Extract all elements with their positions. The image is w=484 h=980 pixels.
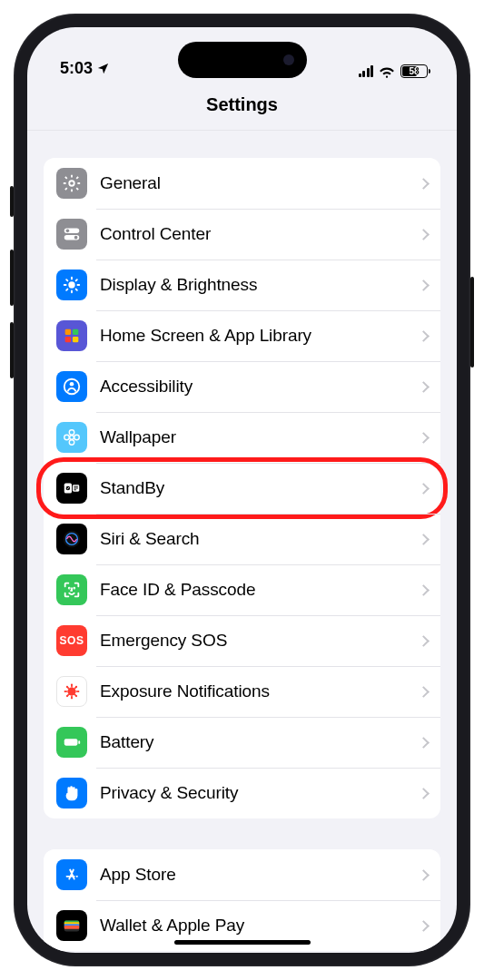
svg-point-16 [74, 435, 80, 440]
svg-point-4 [74, 236, 78, 240]
chevron-right-icon [418, 686, 430, 698]
sos-icon: SOS [56, 625, 87, 656]
row-label: Accessibility [100, 377, 420, 397]
chevron-right-icon [418, 869, 430, 881]
svg-point-13 [69, 430, 74, 436]
settings-row-standby[interactable]: StandBy [44, 463, 440, 514]
svg-point-31 [77, 691, 79, 692]
sun-icon [56, 270, 87, 300]
battery-icon: 58 [400, 64, 428, 78]
chevron-right-icon [418, 920, 430, 932]
chevron-right-icon [418, 229, 430, 240]
chevron-right-icon [418, 635, 430, 647]
settings-row-siri-search[interactable]: Siri & Search [44, 514, 440, 564]
chevron-right-icon [418, 788, 430, 799]
battery-icon [56, 727, 87, 758]
svg-rect-6 [65, 329, 71, 335]
chevron-right-icon [418, 432, 430, 444]
svg-point-2 [66, 230, 70, 233]
svg-point-26 [74, 588, 74, 589]
row-label: Control Center [100, 224, 420, 244]
chevron-right-icon [418, 279, 430, 291]
svg-point-25 [69, 588, 70, 589]
chevron-right-icon [418, 584, 430, 596]
location-icon [96, 62, 110, 75]
row-label: Emergency SOS [100, 631, 420, 651]
chevron-right-icon [418, 534, 430, 545]
settings-row-faceid-passcode[interactable]: Face ID & Passcode [44, 564, 440, 615]
svg-point-15 [64, 435, 70, 440]
chevron-right-icon [418, 381, 430, 393]
appstore-icon [56, 859, 87, 890]
flower-icon [56, 422, 87, 453]
svg-point-11 [70, 382, 74, 387]
settings-row-wallpaper[interactable]: Wallpaper [44, 412, 440, 463]
row-label: Wallpaper [100, 427, 420, 447]
svg-point-12 [70, 436, 74, 440]
svg-point-33 [75, 695, 77, 697]
row-label: General [100, 173, 420, 193]
chevron-right-icon [418, 178, 430, 190]
page-title: Settings [27, 78, 457, 131]
svg-point-5 [68, 281, 74, 288]
settings-row-control-center[interactable]: Control Center [44, 209, 440, 260]
hand-icon [56, 778, 87, 808]
settings-row-emergency-sos[interactable]: SOSEmergency SOS [44, 615, 440, 666]
settings-row-general[interactable]: General [44, 158, 440, 209]
row-label: Face ID & Passcode [100, 580, 420, 600]
row-label: Siri & Search [100, 529, 420, 549]
status-time: 5:03 [60, 59, 93, 78]
dynamic-island [178, 42, 307, 78]
svg-rect-42 [64, 926, 80, 929]
standby-icon [56, 473, 87, 504]
svg-point-32 [66, 686, 68, 688]
siri-icon [56, 524, 87, 554]
faceid-icon [56, 574, 87, 605]
gear-icon [56, 168, 87, 199]
svg-point-10 [64, 379, 80, 395]
settings-row-app-store[interactable]: App Store [44, 849, 440, 900]
person-icon [56, 371, 87, 402]
svg-rect-7 [73, 329, 78, 335]
svg-point-0 [69, 181, 74, 186]
row-label: Display & Brightness [100, 275, 420, 295]
settings-list[interactable]: GeneralControl CenterDisplay & Brightnes… [27, 131, 457, 953]
settings-row-display-brightness[interactable]: Display & Brightness [44, 260, 440, 310]
svg-rect-22 [74, 489, 76, 490]
toggles-icon [56, 219, 87, 250]
settings-row-privacy-security[interactable]: Privacy & Security [44, 768, 440, 818]
svg-point-28 [71, 684, 73, 686]
cellular-icon [359, 65, 374, 77]
svg-point-27 [67, 687, 75, 695]
wifi-icon [379, 65, 395, 78]
row-label: Battery [100, 732, 420, 752]
svg-rect-20 [74, 486, 78, 487]
svg-point-14 [69, 440, 74, 446]
svg-point-34 [66, 695, 68, 697]
row-label: Wallet & Apple Pay [100, 916, 420, 936]
settings-row-home-screen[interactable]: Home Screen & App Library [44, 310, 440, 361]
grid-icon [56, 320, 87, 351]
svg-point-35 [75, 686, 77, 688]
chevron-right-icon [418, 330, 430, 342]
svg-point-29 [71, 697, 73, 699]
svg-rect-9 [73, 337, 78, 342]
row-label: StandBy [100, 478, 420, 498]
chevron-right-icon [418, 737, 430, 749]
wallet-icon [56, 910, 87, 941]
home-indicator[interactable] [174, 940, 311, 945]
svg-rect-36 [64, 739, 78, 745]
svg-point-30 [64, 691, 66, 692]
row-label: Privacy & Security [100, 783, 420, 803]
svg-rect-21 [74, 488, 78, 489]
settings-row-exposure-notifications[interactable]: Exposure Notifications [44, 666, 440, 717]
svg-rect-8 [65, 337, 71, 342]
row-label: Home Screen & App Library [100, 326, 420, 346]
settings-row-accessibility[interactable]: Accessibility [44, 361, 440, 412]
svg-rect-37 [78, 740, 80, 744]
row-label: Exposure Notifications [100, 681, 420, 701]
virus-icon [56, 676, 87, 707]
row-label: App Store [100, 865, 420, 885]
chevron-right-icon [418, 483, 430, 495]
settings-row-battery[interactable]: Battery [44, 717, 440, 768]
